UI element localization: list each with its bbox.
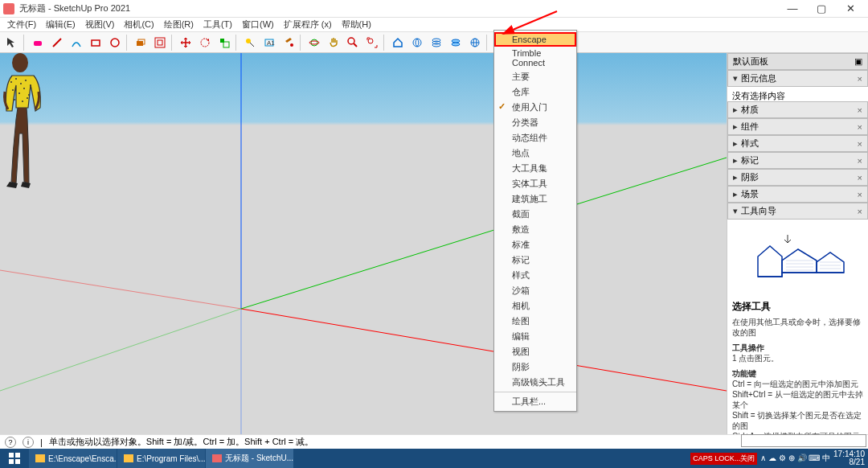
menu-camera[interactable]: 相机(C) bbox=[120, 18, 158, 31]
tape-measure-tool[interactable] bbox=[241, 34, 259, 51]
arc-tool[interactable] bbox=[68, 34, 85, 51]
taskbar-item-3[interactable]: 无标题 - SketchU... bbox=[206, 449, 294, 468]
measurements-input[interactable] bbox=[741, 434, 866, 447]
menu-item-standard[interactable]: 标准 bbox=[494, 237, 576, 252]
menu-item-construction[interactable]: 建筑施工 bbox=[494, 191, 576, 207]
circle-tool[interactable] bbox=[106, 34, 124, 51]
menu-extensions[interactable]: 扩展程序 (x) bbox=[280, 18, 336, 31]
panel-components[interactable]: ▸组件× bbox=[727, 118, 868, 135]
collapse-icon[interactable]: ▾ bbox=[733, 73, 738, 84]
menu-draw[interactable]: 绘图(R) bbox=[160, 18, 198, 31]
extension-warehouse-icon[interactable] bbox=[408, 34, 426, 51]
svg-point-18 bbox=[348, 38, 354, 44]
menu-item-adv-camera[interactable]: 高级镜头工具 bbox=[494, 375, 576, 390]
menu-tools[interactable]: 工具(T) bbox=[199, 18, 236, 31]
menu-item-trimble[interactable]: Trimble Connect bbox=[494, 47, 576, 69]
globe-icon[interactable] bbox=[466, 34, 484, 51]
panel-close-icon[interactable]: × bbox=[858, 156, 862, 166]
info-icon[interactable]: i bbox=[23, 437, 34, 448]
warehouse-icon[interactable] bbox=[389, 34, 407, 51]
orbit-tool[interactable] bbox=[305, 34, 323, 51]
panel-styles[interactable]: ▸样式× bbox=[727, 135, 868, 152]
panel-tags[interactable]: ▸标记× bbox=[727, 152, 868, 169]
offset-tool[interactable] bbox=[151, 34, 169, 51]
pan-tool[interactable] bbox=[325, 34, 342, 51]
menu-item-large-toolset[interactable]: 大工具集 bbox=[494, 161, 576, 176]
panel-default-tray[interactable]: 默认面板 ▣ bbox=[727, 53, 868, 70]
start-button[interactable] bbox=[0, 449, 29, 468]
menu-item-dynamic[interactable]: 动态组件 bbox=[494, 130, 576, 146]
layers2-icon[interactable] bbox=[447, 34, 465, 51]
close-button[interactable]: ✕ bbox=[836, 1, 865, 17]
svg-line-19 bbox=[354, 43, 357, 47]
collapse-icon[interactable]: ▾ bbox=[733, 206, 738, 216]
svg-rect-10 bbox=[223, 42, 229, 47]
paintbucket-tool[interactable] bbox=[280, 34, 297, 51]
menu-item-tags[interactable]: 标记 bbox=[494, 252, 576, 268]
menu-window[interactable]: 窗口(W) bbox=[238, 18, 278, 31]
menu-item-toolbars[interactable]: 工具栏... bbox=[494, 394, 576, 409]
panel-close-icon[interactable]: × bbox=[858, 139, 862, 149]
taskbar-item-1[interactable]: E:\Enscape\Ensca... bbox=[29, 449, 117, 468]
menu-edit[interactable]: 编辑(E) bbox=[42, 18, 80, 31]
menu-item-sandbox[interactable]: 沙箱 bbox=[494, 283, 576, 298]
menu-item-solid-tools[interactable]: 实体工具 bbox=[494, 176, 576, 191]
panel-close-icon[interactable]: × bbox=[858, 173, 862, 183]
panel-close-icon[interactable]: × bbox=[858, 74, 862, 84]
move-tool[interactable] bbox=[177, 34, 194, 51]
panel-close-icon[interactable]: × bbox=[858, 190, 862, 199]
menu-item-warehouse[interactable]: 仓库 bbox=[494, 84, 576, 100]
tray-icons[interactable]: ∧ ☁ ⚙ ⊕ 🔊 ⌨ 中 bbox=[760, 453, 830, 464]
expand-icon[interactable]: ▸ bbox=[733, 121, 738, 132]
viewport-3d[interactable] bbox=[0, 53, 727, 434]
panel-materials[interactable]: ▸材质× bbox=[727, 101, 868, 118]
panel-instructor[interactable]: ▾工具向导× bbox=[727, 203, 868, 220]
maximize-button[interactable]: ▢ bbox=[807, 1, 836, 17]
menu-item-camera[interactable]: 相机 bbox=[494, 298, 576, 314]
help-icon[interactable]: ? bbox=[5, 437, 16, 448]
caps-lock-indicator: CAPS LOCK...关闭 bbox=[690, 453, 757, 465]
panel-close-icon[interactable]: × bbox=[858, 105, 862, 115]
menu-help[interactable]: 帮助(H) bbox=[338, 18, 375, 31]
menu-item-styles[interactable]: 样式 bbox=[494, 268, 576, 283]
taskbar-item-2[interactable]: E:\Program Files\... bbox=[117, 449, 206, 468]
panel-scenes[interactable]: ▸场景× bbox=[727, 186, 868, 203]
menu-view[interactable]: 视图(V) bbox=[81, 18, 119, 31]
scale-tool[interactable] bbox=[215, 34, 233, 51]
svg-line-12 bbox=[250, 43, 254, 47]
select-tool[interactable] bbox=[3, 34, 21, 51]
panel-close-icon[interactable]: × bbox=[858, 207, 862, 216]
menu-file[interactable]: 文件(F) bbox=[3, 18, 40, 31]
menu-item-views[interactable]: 视图 bbox=[494, 344, 576, 359]
pushpull-tool[interactable] bbox=[132, 34, 149, 51]
panel-entity-info[interactable]: ▾ 图元信息 × bbox=[727, 70, 868, 87]
expand-icon[interactable]: ▸ bbox=[733, 189, 738, 199]
panel-close-icon[interactable]: × bbox=[858, 122, 862, 132]
menu-item-location[interactable]: 地点 bbox=[494, 146, 576, 161]
expand-icon[interactable]: ▸ bbox=[733, 172, 738, 183]
menu-item-shadows[interactable]: 阴影 bbox=[494, 359, 576, 375]
zoomextents-tool[interactable] bbox=[363, 34, 381, 51]
menu-item-edit[interactable]: 编辑 bbox=[494, 329, 576, 344]
line-tool[interactable] bbox=[48, 34, 66, 51]
menu-item-classifier[interactable]: 分类器 bbox=[494, 115, 576, 130]
svg-point-39 bbox=[10, 81, 12, 83]
minimize-button[interactable]: — bbox=[778, 1, 807, 17]
expand-icon[interactable]: ▸ bbox=[733, 155, 738, 166]
expand-icon[interactable]: ▸ bbox=[733, 105, 738, 115]
rectangle-tool[interactable] bbox=[87, 34, 104, 51]
zoom-tool[interactable] bbox=[344, 34, 362, 51]
menu-item-section[interactable]: 截面 bbox=[494, 207, 576, 222]
text-tool[interactable]: A1 bbox=[260, 34, 278, 51]
pin-icon[interactable]: ▣ bbox=[854, 56, 862, 67]
system-tray[interactable]: CAPS LOCK...关闭 ∧ ☁ ⚙ ⊕ 🔊 ⌨ 中 17:14:108/2… bbox=[687, 450, 868, 466]
panel-shadows[interactable]: ▸阴影× bbox=[727, 169, 868, 186]
menu-item-principal[interactable]: 主要 bbox=[494, 69, 576, 84]
rotate-tool[interactable] bbox=[196, 34, 214, 51]
eraser-tool[interactable] bbox=[29, 34, 47, 51]
menu-item-getting-started[interactable]: ✓使用入门 bbox=[494, 100, 576, 115]
menu-item-drawing[interactable]: 绘图 bbox=[494, 314, 576, 329]
menu-item-sandbox2[interactable]: 敷造 bbox=[494, 222, 576, 237]
expand-icon[interactable]: ▸ bbox=[733, 138, 738, 149]
layers-icon[interactable] bbox=[428, 34, 445, 51]
